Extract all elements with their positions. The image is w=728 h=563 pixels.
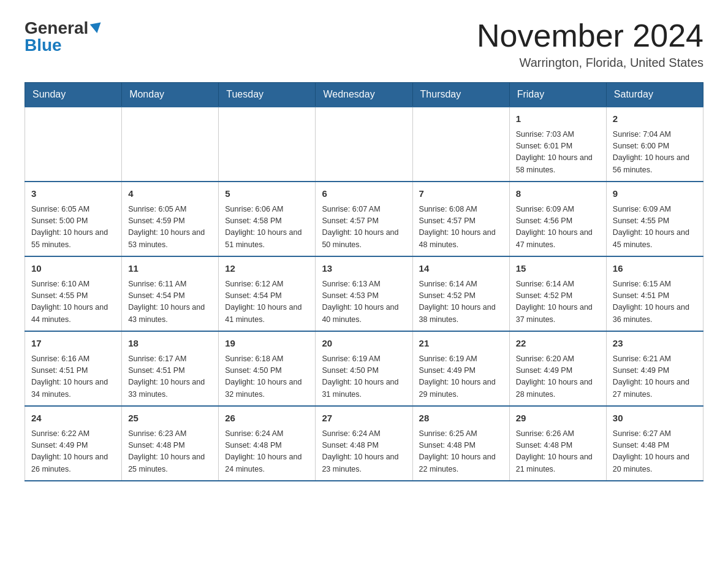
day-number: 16: [613, 262, 697, 276]
calendar-cell: 20Sunrise: 6:19 AMSunset: 4:50 PMDayligh…: [316, 331, 412, 406]
day-info: Sunrise: 6:26 AMSunset: 4:48 PMDaylight:…: [516, 428, 600, 476]
calendar-cell: 26Sunrise: 6:24 AMSunset: 4:48 PMDayligh…: [219, 406, 316, 481]
day-number: 20: [322, 337, 406, 351]
day-info: Sunrise: 6:07 AMSunset: 4:57 PMDaylight:…: [322, 204, 406, 251]
day-info: Sunrise: 6:17 AMSunset: 4:51 PMDaylight:…: [128, 353, 212, 401]
day-info: Sunrise: 6:09 AMSunset: 4:56 PMDaylight:…: [516, 204, 600, 251]
day-number: 30: [613, 412, 697, 426]
day-info: Sunrise: 6:19 AMSunset: 4:49 PMDaylight:…: [419, 353, 503, 401]
weekday-header-row: SundayMondayTuesdayWednesdayThursdayFrid…: [25, 83, 703, 107]
calendar-cell: 3Sunrise: 6:05 AMSunset: 5:00 PMDaylight…: [25, 182, 122, 256]
day-info: Sunrise: 6:08 AMSunset: 4:57 PMDaylight:…: [419, 204, 503, 251]
logo: General Blue: [25, 18, 102, 55]
weekday-header-sunday: Sunday: [25, 83, 122, 107]
day-number: 18: [128, 337, 212, 351]
logo-arrow-icon: [90, 23, 103, 34]
day-number: 25: [128, 412, 212, 426]
day-number: 22: [516, 337, 600, 351]
day-number: 26: [225, 412, 309, 426]
calendar-cell: 19Sunrise: 6:18 AMSunset: 4:50 PMDayligh…: [219, 331, 316, 406]
day-number: 6: [322, 187, 406, 201]
calendar-cell: [219, 107, 316, 182]
calendar-cell: 29Sunrise: 6:26 AMSunset: 4:48 PMDayligh…: [509, 406, 606, 481]
day-number: 1: [516, 112, 600, 126]
calendar-cell: 24Sunrise: 6:22 AMSunset: 4:49 PMDayligh…: [25, 406, 122, 481]
day-info: Sunrise: 6:24 AMSunset: 4:48 PMDaylight:…: [225, 428, 309, 476]
calendar-cell: 6Sunrise: 6:07 AMSunset: 4:57 PMDaylight…: [316, 182, 412, 256]
calendar-cell: 7Sunrise: 6:08 AMSunset: 4:57 PMDaylight…: [412, 182, 509, 256]
day-info: Sunrise: 6:23 AMSunset: 4:48 PMDaylight:…: [128, 428, 212, 476]
weekday-header-friday: Friday: [509, 83, 606, 107]
calendar-week-2: 3Sunrise: 6:05 AMSunset: 5:00 PMDaylight…: [25, 182, 703, 256]
calendar-cell: 11Sunrise: 6:11 AMSunset: 4:54 PMDayligh…: [122, 256, 219, 331]
day-number: 7: [419, 187, 503, 201]
location-subtitle: Warrington, Florida, United States: [477, 56, 703, 70]
calendar-cell: 17Sunrise: 6:16 AMSunset: 4:51 PMDayligh…: [25, 331, 122, 406]
day-number: 15: [516, 262, 600, 276]
day-number: 2: [613, 112, 697, 126]
calendar-cell: [122, 107, 219, 182]
calendar-cell: 2Sunrise: 7:04 AMSunset: 6:00 PMDaylight…: [606, 107, 703, 182]
calendar-cell: 21Sunrise: 6:19 AMSunset: 4:49 PMDayligh…: [412, 331, 509, 406]
day-number: 11: [128, 262, 212, 276]
day-info: Sunrise: 6:22 AMSunset: 4:49 PMDaylight:…: [31, 428, 115, 476]
day-number: 24: [31, 412, 115, 426]
day-info: Sunrise: 6:20 AMSunset: 4:49 PMDaylight:…: [516, 353, 600, 401]
calendar-table: SundayMondayTuesdayWednesdayThursdayFrid…: [25, 82, 703, 481]
day-number: 17: [31, 337, 115, 351]
calendar-week-5: 24Sunrise: 6:22 AMSunset: 4:49 PMDayligh…: [25, 406, 703, 481]
day-info: Sunrise: 7:04 AMSunset: 6:00 PMDaylight:…: [613, 129, 697, 177]
day-number: 14: [419, 262, 503, 276]
day-info: Sunrise: 6:09 AMSunset: 4:55 PMDaylight:…: [613, 204, 697, 251]
day-info: Sunrise: 7:03 AMSunset: 6:01 PMDaylight:…: [516, 129, 600, 177]
day-info: Sunrise: 6:19 AMSunset: 4:50 PMDaylight:…: [322, 353, 406, 401]
day-info: Sunrise: 6:05 AMSunset: 5:00 PMDaylight:…: [31, 204, 115, 251]
day-info: Sunrise: 6:06 AMSunset: 4:58 PMDaylight:…: [225, 204, 309, 251]
day-info: Sunrise: 6:10 AMSunset: 4:55 PMDaylight:…: [31, 278, 115, 326]
day-info: Sunrise: 6:05 AMSunset: 4:59 PMDaylight:…: [128, 204, 212, 251]
day-info: Sunrise: 6:13 AMSunset: 4:53 PMDaylight:…: [322, 278, 406, 326]
page-header: General Blue November 2024 Warrington, F…: [25, 18, 703, 70]
weekday-header-wednesday: Wednesday: [316, 83, 412, 107]
weekday-header-monday: Monday: [122, 83, 219, 107]
logo-blue-line: Blue: [25, 36, 102, 55]
day-number: 8: [516, 187, 600, 201]
calendar-cell: 5Sunrise: 6:06 AMSunset: 4:58 PMDaylight…: [219, 182, 316, 256]
day-number: 19: [225, 337, 309, 351]
calendar-cell: 16Sunrise: 6:15 AMSunset: 4:51 PMDayligh…: [606, 256, 703, 331]
calendar-cell: 12Sunrise: 6:12 AMSunset: 4:54 PMDayligh…: [219, 256, 316, 331]
day-info: Sunrise: 6:15 AMSunset: 4:51 PMDaylight:…: [613, 278, 697, 326]
title-area: November 2024 Warrington, Florida, Unite…: [477, 18, 703, 70]
calendar-cell: 10Sunrise: 6:10 AMSunset: 4:55 PMDayligh…: [25, 256, 122, 331]
day-info: Sunrise: 6:12 AMSunset: 4:54 PMDaylight:…: [225, 278, 309, 326]
day-number: 13: [322, 262, 406, 276]
day-number: 10: [31, 262, 115, 276]
calendar-cell: [316, 107, 412, 182]
day-info: Sunrise: 6:11 AMSunset: 4:54 PMDaylight:…: [128, 278, 212, 326]
calendar-week-4: 17Sunrise: 6:16 AMSunset: 4:51 PMDayligh…: [25, 331, 703, 406]
day-number: 27: [322, 412, 406, 426]
calendar-cell: 8Sunrise: 6:09 AMSunset: 4:56 PMDaylight…: [509, 182, 606, 256]
day-number: 28: [419, 412, 503, 426]
calendar-cell: 23Sunrise: 6:21 AMSunset: 4:49 PMDayligh…: [606, 331, 703, 406]
day-info: Sunrise: 6:21 AMSunset: 4:49 PMDaylight:…: [613, 353, 697, 401]
day-number: 9: [613, 187, 697, 201]
calendar-cell: [412, 107, 509, 182]
day-number: 21: [419, 337, 503, 351]
day-number: 12: [225, 262, 309, 276]
weekday-header-thursday: Thursday: [412, 83, 509, 107]
calendar-week-1: 1Sunrise: 7:03 AMSunset: 6:01 PMDaylight…: [25, 107, 703, 182]
calendar-cell: 9Sunrise: 6:09 AMSunset: 4:55 PMDaylight…: [606, 182, 703, 256]
calendar-cell: 1Sunrise: 7:03 AMSunset: 6:01 PMDaylight…: [509, 107, 606, 182]
calendar-cell: 25Sunrise: 6:23 AMSunset: 4:48 PMDayligh…: [122, 406, 219, 481]
day-number: 4: [128, 187, 212, 201]
calendar-cell: 30Sunrise: 6:27 AMSunset: 4:48 PMDayligh…: [606, 406, 703, 481]
day-number: 3: [31, 187, 115, 201]
calendar-cell: 13Sunrise: 6:13 AMSunset: 4:53 PMDayligh…: [316, 256, 412, 331]
calendar-cell: 22Sunrise: 6:20 AMSunset: 4:49 PMDayligh…: [509, 331, 606, 406]
day-number: 5: [225, 187, 309, 201]
calendar-cell: 15Sunrise: 6:14 AMSunset: 4:52 PMDayligh…: [509, 256, 606, 331]
day-info: Sunrise: 6:24 AMSunset: 4:48 PMDaylight:…: [322, 428, 406, 476]
day-info: Sunrise: 6:18 AMSunset: 4:50 PMDaylight:…: [225, 353, 309, 401]
month-title: November 2024: [477, 18, 703, 53]
